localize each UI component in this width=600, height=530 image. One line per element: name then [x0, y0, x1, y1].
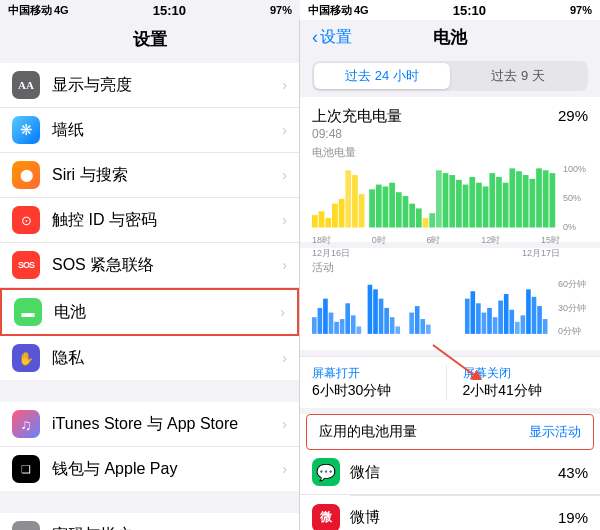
back-button[interactable]: ‹ 设置: [312, 27, 352, 48]
svg-rect-59: [487, 308, 492, 334]
svg-rect-19: [443, 173, 449, 227]
svg-rect-46: [373, 289, 378, 333]
date-label-1: 18时: [312, 234, 331, 247]
segment-9d[interactable]: 过去 9 天: [450, 63, 586, 89]
segment-control: 过去 24 小时 过去 9 天: [312, 61, 588, 91]
settings-item-display[interactable]: AA 显示与亮度 ›: [0, 63, 299, 108]
svg-rect-30: [516, 171, 522, 227]
battery-chart-svg: [312, 164, 560, 229]
wechat-pct: 43%: [558, 464, 588, 481]
wechat-name: 微信: [350, 463, 558, 482]
settings-item-itunes[interactable]: ♫ iTunes Store 与 App Store ›: [0, 402, 299, 447]
activity-chart-svg: [312, 278, 553, 336]
screen-on-value: 6小时30分钟: [312, 382, 438, 400]
svg-rect-16: [423, 218, 429, 228]
svg-rect-25: [483, 186, 489, 227]
wallet-icon: ❏: [12, 455, 40, 483]
svg-rect-39: [329, 313, 334, 334]
svg-rect-9: [376, 185, 382, 228]
svg-rect-47: [379, 299, 384, 334]
app-usage-title: 应用的电池用量: [319, 423, 417, 441]
settings-group-3: ✉ 密码与帐户 › 👤 通讯录 ›: [0, 513, 299, 530]
svg-rect-36: [312, 317, 317, 334]
battery-chart: 100% 50% 0%: [312, 164, 588, 232]
svg-rect-67: [532, 297, 537, 334]
act-axis-60: 60分钟: [558, 278, 586, 291]
svg-rect-29: [509, 168, 515, 227]
svg-rect-53: [420, 319, 425, 334]
status-bar-right: 中国移动 4G 15:10 97%: [300, 0, 600, 20]
activity-chart: 60分钟 30分钟 0分钟: [312, 278, 588, 338]
svg-rect-54: [426, 325, 431, 334]
svg-rect-60: [493, 317, 498, 334]
itunes-icon: ♫: [12, 410, 40, 438]
app-item-weibo[interactable]: 微 微博 19%: [300, 496, 600, 531]
svg-rect-5: [345, 170, 351, 227]
settings-item-wallet[interactable]: ❏ 钱包与 Apple Pay ›: [0, 447, 299, 491]
svg-rect-27: [496, 177, 502, 228]
svg-rect-6: [352, 175, 358, 227]
battery-right: 97%: [570, 4, 592, 16]
svg-rect-69: [543, 319, 548, 334]
weibo-pct: 19%: [558, 509, 588, 526]
settings-item-touchid[interactable]: ⊙ 触控 ID 与密码 ›: [0, 198, 299, 243]
settings-item-wallpaper[interactable]: ❋ 墙纸 ›: [0, 108, 299, 153]
axis-50: 50%: [563, 193, 586, 203]
siri-label: Siri 与搜索: [52, 165, 282, 186]
svg-rect-24: [476, 183, 482, 228]
settings-item-siri[interactable]: ⬤ Siri 与搜索 ›: [0, 153, 299, 198]
segment-24h[interactable]: 过去 24 小时: [314, 63, 450, 89]
svg-rect-50: [395, 326, 400, 333]
settings-item-passwords[interactable]: ✉ 密码与帐户 ›: [0, 513, 299, 530]
svg-rect-41: [340, 319, 345, 334]
itunes-label: iTunes Store 与 App Store: [52, 414, 282, 435]
date-label-5: 15时: [541, 234, 560, 247]
svg-rect-34: [543, 170, 549, 227]
svg-rect-18: [436, 170, 442, 227]
svg-line-71: [433, 345, 478, 378]
svg-rect-57: [476, 303, 481, 334]
left-title: 设置: [0, 20, 299, 57]
last-charge-pct: 29%: [558, 107, 588, 124]
battery-label: 电池: [54, 302, 280, 323]
carrier-left: 中国移动: [8, 3, 52, 18]
svg-rect-49: [390, 317, 395, 334]
svg-rect-23: [469, 177, 475, 228]
privacy-label: 隐私: [52, 348, 282, 369]
privacy-icon: ✋: [12, 344, 40, 372]
settings-item-privacy[interactable]: ✋ 隐私 ›: [0, 336, 299, 380]
svg-rect-35: [550, 173, 556, 227]
svg-rect-3: [332, 204, 338, 228]
svg-rect-63: [509, 310, 514, 334]
svg-rect-37: [318, 308, 323, 334]
weibo-icon: 微: [312, 504, 340, 531]
date-label-3: 6时: [426, 234, 440, 247]
act-axis-30: 30分钟: [558, 302, 586, 315]
arrow-decoration: [428, 340, 488, 380]
show-activity-button[interactable]: 显示活动: [529, 423, 581, 441]
svg-rect-1: [319, 211, 325, 227]
date-label-2: 0时: [372, 234, 386, 247]
month-label-2: 12月17日: [522, 247, 560, 260]
left-panel: 中国移动 4G 15:10 97% 设置 AA 显示与亮度 › ❋ 墙纸 › ⬤…: [0, 0, 300, 530]
wallpaper-label: 墙纸: [52, 120, 282, 141]
svg-rect-44: [356, 326, 361, 333]
svg-rect-22: [463, 185, 469, 228]
settings-item-sos[interactable]: SOS SOS 紧急联络 ›: [0, 243, 299, 288]
screen-off-value: 2小时41分钟: [463, 382, 589, 400]
svg-rect-12: [396, 192, 402, 227]
svg-rect-7: [359, 194, 365, 227]
svg-rect-8: [369, 189, 375, 227]
settings-item-battery[interactable]: ▬ 电池 ›: [0, 288, 299, 336]
time-left: 15:10: [69, 3, 270, 18]
screen-on-stat: 屏幕打开 6小时30分钟: [312, 365, 438, 400]
svg-rect-4: [339, 199, 345, 228]
activity-label: 活动: [312, 260, 588, 275]
act-axis-0: 0分钟: [558, 325, 586, 338]
svg-rect-13: [403, 196, 409, 227]
sos-label: SOS 紧急联络: [52, 255, 282, 276]
svg-rect-33: [536, 168, 542, 227]
svg-rect-65: [521, 315, 526, 334]
app-item-wechat[interactable]: 💬 微信 43%: [300, 450, 600, 495]
network-right: 4G: [354, 4, 369, 16]
